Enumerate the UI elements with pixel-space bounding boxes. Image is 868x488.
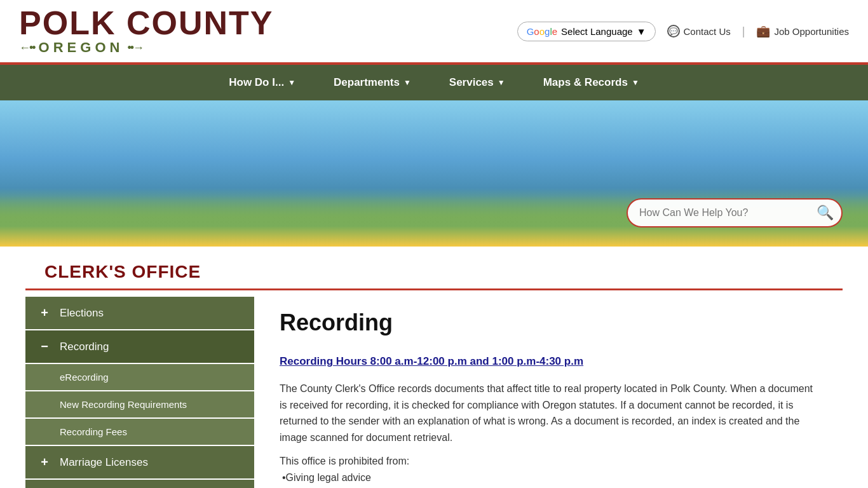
- content-body: + Elections − Recording eRecording New R…: [25, 290, 843, 488]
- top-right-area: Google Select Language ▼ 💬 Contact Us | …: [517, 22, 849, 41]
- sidebar-item-domestic[interactable]: + Domestic Partnership: [25, 480, 254, 488]
- sidebar-sub-recording-fees[interactable]: Recording Fees: [25, 419, 254, 445]
- nav-services-label: Services: [449, 76, 494, 89]
- dept-header: CLERK'S OFFICE: [25, 247, 843, 290]
- sidebar-sub-erecording[interactable]: eRecording: [25, 364, 254, 390]
- nav-bar: How Do I... ▼ Departments ▼ Services ▼ M…: [0, 65, 868, 100]
- nav-departments-arrow: ▼: [403, 78, 411, 87]
- nav-maps-records[interactable]: Maps & Records ▼: [524, 65, 658, 100]
- speech-bubble-icon: 💬: [667, 25, 680, 37]
- content-wrapper: CLERK'S OFFICE + Elections − Recording e…: [25, 247, 843, 488]
- prohibited-item-1: •Giving legal advice: [280, 472, 817, 484]
- main-content: Recording Recording Hours 8:00 a.m-12:00…: [254, 290, 843, 488]
- contact-label: Contact Us: [684, 26, 731, 37]
- page-title: Recording: [280, 309, 817, 336]
- jobs-link[interactable]: 💼 Job Opportunities: [756, 24, 849, 38]
- logo-oregon-row: ←•• OREGON ••→: [19, 39, 143, 56]
- nav-how-do-i-label: How Do I...: [229, 76, 284, 89]
- search-button[interactable]: 🔍: [810, 201, 840, 225]
- nav-departments[interactable]: Departments ▼: [315, 65, 430, 100]
- logo-dash-right: ••→: [127, 41, 143, 55]
- contact-link[interactable]: 💬 Contact Us: [667, 25, 731, 37]
- sidebar-sub-new-requirements[interactable]: New Recording Requirements: [25, 391, 254, 417]
- marriage-expand-icon: +: [38, 455, 51, 470]
- logo-area: POLK COUNTY ←•• OREGON ••→: [19, 6, 273, 56]
- nav-services[interactable]: Services ▼: [430, 65, 524, 100]
- sidebar-item-elections[interactable]: + Elections: [25, 297, 254, 329]
- nav-how-do-i[interactable]: How Do I... ▼: [210, 65, 315, 100]
- nav-services-arrow: ▼: [498, 78, 505, 87]
- sidebar-fees-label: Recording Fees: [60, 426, 127, 437]
- nav-departments-label: Departments: [334, 76, 400, 89]
- logo-oregon-text: OREGON: [39, 39, 124, 56]
- sidebar-item-recording[interactable]: − Recording: [25, 330, 254, 363]
- divider: |: [742, 25, 745, 38]
- sidebar-erecording-label: eRecording: [60, 372, 109, 383]
- hero-search-area: 🔍: [627, 198, 843, 227]
- sidebar-new-req-label: New Recording Requirements: [60, 399, 187, 410]
- jobs-label: Job Opportunities: [774, 26, 849, 37]
- translate-arrow-icon: ▼: [637, 26, 646, 37]
- hero-banner: 🔍: [0, 100, 868, 247]
- recording-hours-link[interactable]: Recording Hours 8:00 a.m-12:00 p.m and 1…: [280, 355, 817, 368]
- dept-title: CLERK'S OFFICE: [44, 262, 824, 282]
- recording-expand-icon: −: [38, 339, 51, 354]
- elections-expand-icon: +: [38, 306, 51, 320]
- logo-dash-left: ←••: [19, 41, 35, 55]
- top-bar: POLK COUNTY ←•• OREGON ••→ Google Select…: [0, 0, 868, 65]
- translate-label: Select Language: [561, 26, 633, 37]
- nav-maps-records-arrow: ▼: [632, 78, 639, 87]
- sidebar-elections-label: Elections: [60, 307, 104, 320]
- sidebar-item-marriage[interactable]: + Marriage Licenses: [25, 446, 254, 478]
- nav-how-do-i-arrow: ▼: [288, 78, 295, 87]
- nav-maps-records-label: Maps & Records: [543, 76, 628, 89]
- google-g-icon: Google: [527, 26, 557, 37]
- sidebar: + Elections − Recording eRecording New R…: [25, 290, 254, 488]
- main-paragraph-1: The County Clerk's Office records docume…: [280, 381, 817, 445]
- translate-button[interactable]: Google Select Language ▼: [517, 22, 656, 41]
- sidebar-marriage-label: Marriage Licenses: [60, 456, 148, 469]
- sidebar-recording-label: Recording: [60, 341, 109, 353]
- prohibited-title: This office is prohibited from:: [280, 456, 817, 467]
- logo-polk[interactable]: POLK COUNTY: [19, 6, 273, 39]
- search-icon: 🔍: [817, 205, 834, 220]
- briefcase-icon: 💼: [756, 24, 770, 38]
